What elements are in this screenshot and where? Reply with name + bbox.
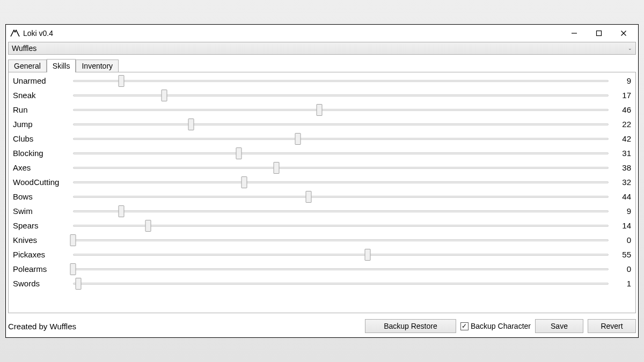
character-select-value: Wuffles <box>12 44 36 53</box>
skill-label: Run <box>13 105 69 114</box>
backup-character-label: Backup Character <box>471 322 531 330</box>
skill-value: 1 <box>613 279 631 288</box>
character-select[interactable]: Wuffles ⌄ <box>8 42 636 55</box>
skill-value: 9 <box>613 206 631 216</box>
footer-bar: Created by Wuffles Backup Restore ✓ Back… <box>8 318 636 334</box>
slider-thumb[interactable] <box>161 90 167 101</box>
minimize-button[interactable] <box>562 26 587 41</box>
slider-track <box>73 109 609 111</box>
slider-thumb[interactable] <box>236 147 242 159</box>
skill-row: Swords1 <box>13 276 631 291</box>
slider-thumb[interactable] <box>75 278 81 290</box>
skill-row: WoodCutting32 <box>13 175 631 189</box>
skill-label: Axes <box>13 163 69 172</box>
backup-restore-button[interactable]: Backup Restore <box>365 319 456 333</box>
tab-general[interactable]: General <box>8 60 47 72</box>
skill-label: Knives <box>13 235 69 245</box>
tab-label: General <box>14 62 41 70</box>
skill-slider[interactable] <box>73 105 609 115</box>
skill-row: Unarmed9 <box>13 73 631 88</box>
skill-slider[interactable] <box>73 206 609 216</box>
close-button[interactable] <box>611 26 636 41</box>
backup-character-checkbox[interactable]: ✓ <box>460 322 469 330</box>
skill-value: 32 <box>613 178 631 187</box>
button-label: Backup Restore <box>384 322 437 330</box>
slider-thumb[interactable] <box>306 191 312 203</box>
skill-value: 14 <box>613 221 631 230</box>
save-button[interactable]: Save <box>535 319 583 333</box>
skill-row: Swim9 <box>13 204 631 218</box>
skill-row: Clubs42 <box>13 131 631 146</box>
skill-slider[interactable] <box>73 264 609 274</box>
slider-thumb[interactable] <box>70 263 76 275</box>
skill-slider[interactable] <box>73 221 609 231</box>
revert-button[interactable]: Revert <box>588 319 636 333</box>
tab-inventory[interactable]: Inventory <box>76 60 119 72</box>
skill-row: Spears14 <box>13 218 631 233</box>
slider-track <box>73 152 609 154</box>
backup-character-checkbox-wrap[interactable]: ✓ Backup Character <box>460 322 531 330</box>
skill-value: 31 <box>613 149 631 158</box>
skill-label: Blocking <box>13 149 69 158</box>
slider-thumb[interactable] <box>295 133 301 145</box>
slider-thumb[interactable] <box>188 119 194 130</box>
skill-row: Run46 <box>13 102 631 117</box>
app-icon <box>10 28 20 38</box>
skill-row: Knives0 <box>13 233 631 247</box>
slider-track <box>73 239 609 241</box>
slider-track <box>73 225 609 227</box>
maximize-button[interactable] <box>587 26 611 41</box>
slider-thumb[interactable] <box>364 249 370 261</box>
skill-value: 38 <box>613 163 631 172</box>
slider-thumb[interactable] <box>70 234 76 246</box>
slider-track <box>73 123 609 125</box>
slider-track <box>73 181 609 183</box>
skill-label: WoodCutting <box>13 178 69 187</box>
skill-value: 22 <box>613 120 631 129</box>
slider-thumb[interactable] <box>317 104 323 116</box>
skill-slider[interactable] <box>73 192 609 202</box>
slider-thumb[interactable] <box>145 220 151 232</box>
tab-label: Skills <box>53 62 70 70</box>
slider-thumb[interactable] <box>118 205 124 217</box>
skill-value: 46 <box>613 105 631 114</box>
skill-label: Pickaxes <box>13 250 69 259</box>
skill-slider[interactable] <box>73 76 609 86</box>
button-label: Save <box>551 322 568 330</box>
slider-thumb[interactable] <box>118 75 124 87</box>
skill-slider[interactable] <box>73 163 609 173</box>
skill-row: Bows44 <box>13 189 631 204</box>
svg-rect-1 <box>597 31 602 36</box>
skill-slider[interactable] <box>73 91 609 100</box>
skill-slider[interactable] <box>73 149 609 158</box>
skill-slider[interactable] <box>73 134 609 144</box>
skill-slider[interactable] <box>73 178 609 187</box>
window-title: Loki v0.4 <box>23 29 53 38</box>
slider-track <box>73 268 609 270</box>
skill-value: 42 <box>613 134 631 143</box>
tab-skills[interactable]: Skills <box>47 59 76 72</box>
chevron-down-icon: ⌄ <box>628 46 632 51</box>
slider-thumb[interactable] <box>274 162 280 174</box>
skill-slider[interactable] <box>73 120 609 129</box>
slider-track <box>73 283 609 285</box>
skill-value: 44 <box>613 192 631 201</box>
skill-label: Sneak <box>13 91 69 100</box>
skill-row: Axes38 <box>13 160 631 175</box>
slider-track <box>73 196 609 198</box>
slider-track <box>73 167 609 169</box>
titlebar: Loki v0.4 <box>6 25 638 42</box>
slider-thumb[interactable] <box>241 176 247 188</box>
slider-track <box>73 94 609 97</box>
skill-slider[interactable] <box>73 279 609 289</box>
tab-label: Inventory <box>82 62 113 70</box>
skill-value: 17 <box>613 91 631 100</box>
skill-label: Jump <box>13 120 69 129</box>
skill-row: Blocking31 <box>13 146 631 160</box>
slider-track <box>73 80 609 82</box>
skill-row: Polearms0 <box>13 262 631 276</box>
skills-panel: Unarmed9Sneak17Run46Jump22Clubs42Blockin… <box>8 72 636 313</box>
skill-slider[interactable] <box>73 250 609 260</box>
skill-label: Clubs <box>13 134 69 143</box>
skill-slider[interactable] <box>73 235 609 245</box>
